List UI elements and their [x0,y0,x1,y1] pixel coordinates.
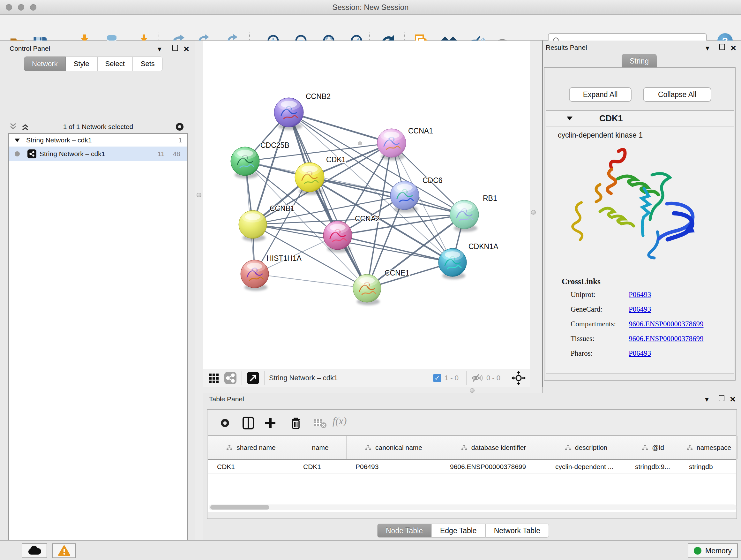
network-view-icon[interactable] [224,371,237,385]
column-header--id[interactable]: @id [626,436,680,459]
crosslink-genecard-link[interactable]: P06493 [629,305,651,313]
crosslink-row: Uniprot: P06493 [570,291,734,299]
column-header-namespace[interactable]: namespace [680,436,738,459]
node-label-CCNA1: CCNA1 [408,127,433,135]
tab-network[interactable]: Network [24,57,66,71]
column-header-database-identifier[interactable]: database identifier [441,436,546,459]
function-builder-button[interactable]: f(x) [333,415,347,427]
node-label-CDKN1A: CDKN1A [468,242,498,251]
tab-sets[interactable]: Sets [133,57,163,71]
tab-edge-table[interactable]: Edge Table [431,523,485,538]
crosslink-pharos-link[interactable]: P06493 [629,349,651,357]
birdseye-navigator-icon[interactable] [511,371,526,385]
control-panel-title: Control Panel [10,45,50,52]
divider-handle[interactable] [470,388,475,393]
collapse-all-icon[interactable] [8,122,18,131]
string-results-container: Expand All Collapse All CDK1 cyclin-depe… [544,67,736,381]
panel-close-icon[interactable]: ✕ [730,44,737,53]
network-collection-count: 1 [179,136,182,144]
crosslink-row: Tissues: 9606.ENSP00000378699 [570,334,734,343]
cloud-status-button[interactable] [22,543,47,558]
right-split-divider[interactable] [530,41,542,393]
tab-select[interactable]: Select [97,57,133,71]
scrollbar-thumb[interactable] [210,505,269,509]
tab-node-table[interactable]: Node Table [377,523,431,538]
node-label-CDC25B: CDC25B [260,141,289,149]
tree-expand-icon[interactable] [14,138,20,143]
detach-view-icon[interactable] [246,371,260,385]
expand-all-button[interactable]: Expand All [569,87,631,102]
crosslink-label: Uniprot: [570,291,629,299]
network-row-selected[interactable]: String Network – cdk1 11 48 [9,146,187,161]
table-cell[interactable]: stringdb [680,463,738,471]
panel-float-icon[interactable]: ▼ [704,45,711,52]
column-header-name[interactable]: name [294,436,347,459]
panel-maximize-icon[interactable] [719,395,724,403]
delete-table-icon[interactable] [312,415,328,431]
collapse-all-button[interactable]: Collapse All [643,87,711,102]
table-container: f(x) shared namenamecanonical namedataba… [207,409,737,519]
divider-handle[interactable] [197,193,201,197]
delete-column-trash-icon[interactable] [288,415,304,431]
panel-float-icon[interactable]: ▼ [156,46,163,53]
table-cell[interactable]: CDK1 [294,463,347,471]
hidden-counts: 0 - 0 [486,374,500,382]
warning-status-button[interactable] [52,543,76,558]
network-node-count: 11 [158,150,165,158]
hidden-eye-icon[interactable] [471,373,483,383]
table-row[interactable]: CDK1CDK1P064939606.ENSP00000378699cyclin… [208,460,736,474]
divider-handle[interactable] [531,210,536,214]
memory-button[interactable]: Memory [688,543,738,558]
results-panel: Results Panel ▼ ✕ String Expand All Coll… [542,41,741,393]
crosslink-label: GeneCard: [570,305,629,314]
protein-description: cyclin-dependent kinase 1 [558,131,734,139]
network-edge-CCNA2-CDKN1A[interactable] [338,235,453,262]
memory-label: Memory [705,547,732,555]
panel-maximize-icon[interactable] [719,44,725,52]
tab-network-table[interactable]: Network Table [485,523,549,538]
table-cell[interactable]: CDK1 [208,463,294,471]
network-canvas[interactable]: CCNB2CCNA1CDC25BCDK1CDC6RB1CCNB1CCNA2CDK… [203,41,530,369]
add-column-icon[interactable] [262,415,278,431]
column-header-canonical-name[interactable]: canonical name [347,436,441,459]
panel-close-icon[interactable]: ✕ [730,395,736,404]
panel-maximize-icon[interactable] [172,45,178,53]
crosslink-compartments-link[interactable]: 9606.ENSP00000378699 [629,320,704,328]
table-cell[interactable]: 9606.ENSP00000378699 [441,463,546,471]
crosslink-uniprot-link[interactable]: P06493 [629,291,651,299]
column-header-shared-name[interactable]: shared name [208,436,294,459]
crosslink-tissues-link[interactable]: 9606.ENSP00000378699 [629,334,704,343]
column-header-description[interactable]: description [546,436,626,459]
left-split-divider[interactable] [195,41,203,540]
expand-all-icon[interactable] [20,122,30,131]
network-selection-status: 1 of 1 Network selected [8,123,188,131]
tab-string[interactable]: String [622,54,657,68]
network-collection-row[interactable]: String Network – cdk1 1 [9,134,187,146]
selected-indicator-checkbox[interactable]: ✓ [433,374,441,382]
node-label-RB1: RB1 [483,194,497,202]
grid-view-icon[interactable] [208,372,220,384]
network-options-gear-icon[interactable] [174,121,185,132]
network-edge-CCNB2-CCNA1[interactable] [289,112,392,143]
node-label-CCNE1: CCNE1 [385,269,409,277]
collapse-card-icon[interactable] [566,116,573,121]
toolbar-separator [264,371,265,385]
control-panel-tabs: Network Style Select Sets [24,57,163,71]
tab-style[interactable]: Style [66,57,97,71]
crosslink-row: Compartments: 9606.ENSP00000378699 [570,320,734,328]
table-panel-title: Table Panel [209,395,244,403]
network-edge-count: 48 [173,150,180,158]
protein-card-header[interactable]: CDK1 [546,111,734,126]
show-columns-icon[interactable] [240,415,256,431]
table-cell[interactable]: P06493 [347,463,441,471]
table-cell[interactable]: stringdb:9... [626,463,680,471]
panel-close-icon[interactable]: ✕ [183,45,190,54]
node-label-CCNA2: CCNA2 [355,214,380,223]
table-options-gear-icon[interactable] [217,415,233,431]
table-cell[interactable]: cyclin-dependent ... [546,463,626,471]
panel-float-icon[interactable]: ▼ [704,396,710,403]
protein-name: CDK1 [599,114,623,124]
crosslinks-section: CrossLinks Uniprot: P06493 GeneCard: P06… [546,277,734,364]
network-edge-HIST1H1A-CCNE1[interactable] [255,274,367,288]
horizontal-scrollbar[interactable] [209,504,737,510]
